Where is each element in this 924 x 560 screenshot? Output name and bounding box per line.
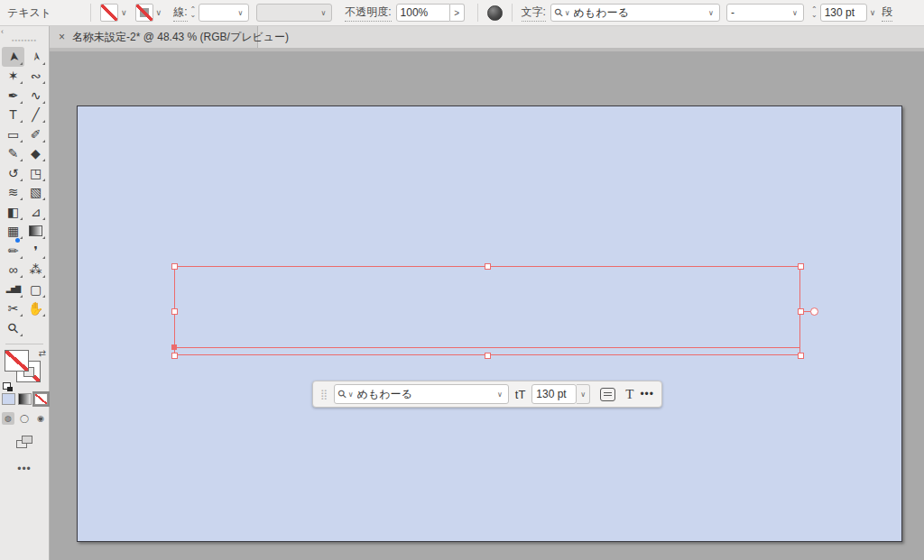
tool-hand[interactable]: ✋	[24, 299, 47, 319]
control-bar: テキスト ∨ ∨ 線: ⌃⌄ ∨ ∨ 不透明度: > 文字: ⚲ ∨ ∨ - ∨…	[0, 0, 924, 26]
recolor-artwork-icon[interactable]	[487, 5, 503, 21]
font-family-input[interactable]	[574, 6, 707, 19]
close-tab-icon[interactable]: ×	[59, 31, 65, 43]
tool-rectangle[interactable]: ▭	[2, 124, 24, 144]
stroke-weight-label[interactable]: 線:	[173, 5, 187, 22]
chevron-down-icon[interactable]: ∨	[497, 390, 503, 399]
tool-column-graph[interactable]: ▂▅▇	[2, 280, 24, 299]
font-size-input[interactable]	[825, 6, 863, 19]
stroke-weight-combo[interactable]: ∨	[199, 4, 249, 22]
opacity-label[interactable]: 不透明度:	[345, 5, 391, 22]
tool-artboard[interactable]: ▢	[24, 280, 47, 299]
slice-icon: ✂	[8, 301, 19, 316]
tool-perspective-grid[interactable]: ⊿	[24, 202, 47, 222]
tool-pen[interactable]: ✒	[2, 86, 24, 106]
fill-color-chevron-icon[interactable]: ∨	[118, 8, 130, 17]
color-button[interactable]	[2, 393, 15, 405]
stroke-weight-stepper[interactable]: ⌃⌄	[190, 7, 197, 18]
tool-free-transform[interactable]: ▧	[24, 183, 47, 203]
tool-eraser[interactable]: ◆	[24, 144, 47, 164]
tool-curvature[interactable]: ∿	[24, 86, 47, 106]
tool-width[interactable]: ≋	[2, 183, 24, 203]
opacity-field[interactable]	[396, 4, 450, 22]
selection-handle-top-center[interactable]	[485, 263, 491, 270]
tool-symbol-sprayer[interactable]: ⁂	[24, 261, 47, 280]
float-font-size-chevron-icon[interactable]: ∨	[577, 384, 590, 404]
float-font-family-combo[interactable]: ⚲ ∨ ∨	[334, 384, 509, 404]
opacity-expand-button[interactable]: >	[450, 4, 465, 22]
document-tab[interactable]: × 名称未設定-2* @ 48.43 % (RGB/プレビュー)	[50, 26, 258, 48]
chevron-down-icon[interactable]: ∨	[708, 9, 714, 17]
context-task-bar[interactable]: ⣿ ⚲ ∨ ∨ tT ∨ T •••	[312, 381, 662, 408]
draw-inside-button[interactable]: ◉	[34, 412, 47, 425]
font-size-stepper[interactable]: ⌃⌄	[811, 7, 818, 18]
text-frame-bounding-box	[174, 266, 800, 355]
touch-type-icon[interactable]: T	[625, 387, 633, 402]
float-font-family-input[interactable]	[357, 388, 495, 400]
selection-handle-mid-right[interactable]	[798, 308, 804, 315]
tool-shaper[interactable]: ✏	[2, 241, 24, 261]
font-size-chevron-icon[interactable]: ∨	[867, 8, 879, 17]
tool-shape-builder[interactable]: ◧	[2, 202, 24, 222]
selection-handle-bottom-left[interactable]	[171, 353, 178, 359]
tool-magic-wand[interactable]: ✶	[2, 67, 24, 87]
opacity-input[interactable]	[401, 6, 446, 19]
stroke-color-swatch[interactable]	[135, 4, 153, 22]
screen-mode-icon	[22, 436, 32, 444]
tool-direct-selection[interactable]: ➢	[24, 47, 47, 67]
tool-slice[interactable]: ✂	[2, 299, 24, 319]
tool-lasso[interactable]: ∾	[24, 67, 47, 87]
tool-gradient[interactable]	[24, 222, 47, 242]
stroke-color-chevron-icon[interactable]: ∨	[153, 8, 165, 17]
tool-blend[interactable]: ∞	[2, 261, 24, 280]
tool-rotate[interactable]: ↺	[2, 163, 24, 183]
tool-scale[interactable]: ◳	[24, 163, 47, 183]
font-size-field[interactable]	[820, 4, 867, 22]
character-label[interactable]: 文字:	[522, 5, 546, 22]
text-path-anchor[interactable]	[171, 344, 177, 350]
scale-icon: ◳	[30, 166, 42, 180]
edit-toolbar-button[interactable]: •••	[0, 463, 49, 475]
selection-handle-bottom-center[interactable]	[485, 353, 491, 359]
tool-eyedropper[interactable]: ❜	[24, 241, 47, 261]
screen-mode-button[interactable]	[16, 436, 32, 448]
eyedropper-icon: ❜	[33, 243, 38, 258]
font-family-combo[interactable]: ⚲ ∨ ∨	[550, 4, 720, 22]
none-button[interactable]	[34, 393, 48, 405]
free-transform-icon: ▧	[30, 185, 42, 199]
paragraph-label[interactable]: 段	[882, 5, 892, 22]
selection-handle-top-left[interactable]	[171, 263, 178, 270]
lasso-icon: ∾	[31, 69, 42, 83]
tool-mesh[interactable]: ▦	[2, 222, 24, 242]
fill-color-swatch[interactable]	[100, 4, 118, 22]
selection-handle-bottom-right[interactable]	[798, 353, 804, 359]
float-font-size-input[interactable]	[536, 388, 572, 400]
tool-type[interactable]: T	[2, 106, 24, 125]
perspective-grid-icon: ⊿	[31, 205, 42, 219]
selection-icon: ➤	[5, 50, 21, 62]
selection-handle-top-right[interactable]	[798, 263, 804, 270]
tool-selection[interactable]: ➤	[2, 47, 24, 67]
tool-zoom[interactable]: ⚲	[2, 318, 24, 338]
tool-grid: ➤➢✶∾✒∿T╱▭✐✎◆↺◳≋▧◧⊿▦✏❜∞⁂▂▅▇▢✂✋⚲	[0, 47, 49, 338]
drag-handle-icon[interactable]: ⣿	[320, 389, 328, 400]
tool-pencil[interactable]: ✎	[2, 144, 24, 164]
font-style-combo[interactable]: - ∨	[726, 4, 804, 22]
rotate-icon: ↺	[8, 166, 19, 180]
more-options-button[interactable]: •••	[640, 388, 654, 400]
draw-normal-button[interactable]: ◍	[2, 412, 14, 425]
draw-behind-button[interactable]: ◯	[18, 412, 31, 425]
selection-handle-mid-left[interactable]	[171, 308, 178, 315]
default-fill-stroke-icon[interactable]	[3, 382, 11, 390]
character-panel-icon[interactable]	[600, 388, 615, 401]
collapse-panel-icon[interactable]: ‹	[1, 27, 4, 36]
gradient-button[interactable]	[18, 393, 32, 405]
tool-paintbrush[interactable]: ✐	[24, 124, 47, 144]
text-out-port[interactable]	[810, 308, 818, 316]
swap-fill-stroke-icon[interactable]: ⇄	[39, 348, 46, 358]
fill-swatch[interactable]	[5, 350, 29, 372]
float-font-size-field[interactable]	[531, 384, 577, 404]
tool-line-segment[interactable]: ╱	[24, 106, 47, 125]
separator	[512, 4, 513, 22]
panel-drag-handle[interactable]: ▪▪▪▪▪▪▪▪	[0, 37, 49, 43]
